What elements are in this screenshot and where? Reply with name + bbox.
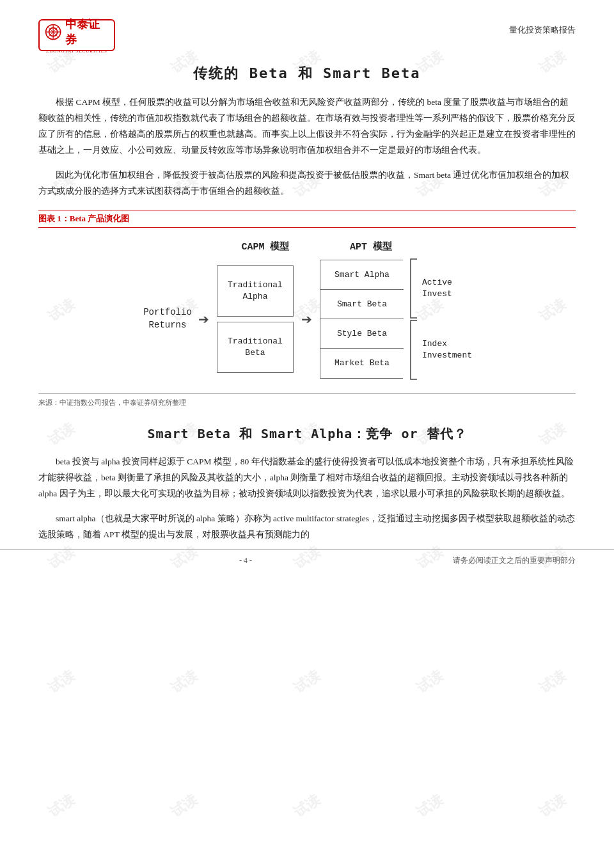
page-footer: - 4 - 请务必阅读正文之后的重要声明部分 (0, 549, 614, 566)
watermark-item: 试读 (221, 596, 393, 768)
watermark-item: 试读 (221, 720, 393, 868)
apt-box: Smart Alpha Smart Beta Style Beta Market… (320, 260, 403, 379)
watermark-item: 试读 (467, 596, 614, 768)
traditional-alpha-cell: TraditionalAlpha (217, 265, 294, 317)
footer-disclaimer: 请务必阅读正文之后的重要声明部分 (453, 555, 576, 566)
page-number: - 4 - (38, 556, 453, 565)
index-investment-group: IndexInvestment (408, 319, 472, 381)
logo-chinese-text: 中泰证券 (65, 17, 109, 47)
arrow-icon-2: ➔ (301, 313, 312, 326)
capm-box: TraditionalAlpha TraditionalBeta (217, 265, 294, 373)
logo-top: 中泰证券 (45, 17, 109, 47)
watermark-item: 试读 (0, 596, 147, 768)
capm-title: CAPM 模型 (227, 241, 304, 253)
right-side: ActiveInvest IndexInvestment (408, 258, 472, 381)
style-beta-cell: Style Beta (320, 319, 404, 349)
bracket-icon-lower (408, 319, 420, 381)
watermark-item: 试读 (467, 720, 614, 868)
active-invest-label: ActiveInvest (422, 277, 452, 300)
watermark-item: 试读 (344, 596, 516, 768)
page: 中泰证券 ZHONGTAI SECURITIES 量化投资策略报告 传统的 Be… (0, 0, 614, 578)
watermark-item: 试读 (0, 720, 147, 868)
body-paragraph-3: beta 投资与 alpha 投资同样起源于 CAPM 模型，80 年代指数基金… (38, 454, 576, 502)
bracket-icon-upper (408, 258, 420, 319)
watermark-item: 试读 (344, 720, 516, 868)
watermark-item: 试读 (98, 596, 270, 768)
logo-area: 中泰证券 ZHONGTAI SECURITIES (38, 19, 115, 51)
diagram: PortfolioReturns ➔ TraditionalAlpha Trad… (45, 258, 569, 381)
section2-title: Smart Beta 和 Smart Alpha：竞争 or 替代？ (38, 425, 576, 443)
report-type: 量化投资策略报告 (509, 24, 576, 36)
header: 中泰证券 ZHONGTAI SECURITIES 量化投资策略报告 (38, 19, 576, 51)
logo-icon (45, 23, 61, 41)
smart-alpha-cell: Smart Alpha (320, 260, 404, 290)
figure-label: 图表 1：Beta 产品演化图 (38, 210, 576, 228)
watermark-item: 试读 (98, 720, 270, 868)
arrow-icon-1: ➔ (198, 313, 209, 326)
source-line: 来源：中证指数公司报告，中泰证券研究所整理 (38, 398, 576, 407)
body-paragraph-1: 根据 CAPM 模型，任何股票的收益可以分解为市场组合收益和无风险资产收益两部分… (38, 95, 576, 159)
main-title: 传统的 Beta 和 Smart Beta (38, 64, 576, 83)
portfolio-returns-label: PortfolioReturns (142, 306, 193, 331)
logo-box: 中泰证券 ZHONGTAI SECURITIES (38, 19, 115, 51)
index-investment-label: IndexInvestment (422, 338, 472, 361)
apt-title: APT 模型 (329, 241, 413, 253)
body-paragraph-2: 因此为优化市值加权组合，降低投资于被高估股票的风险和提高投资于被低估股票的收益，… (38, 168, 576, 200)
logo-pinyin-text: ZHONGTAI SECURITIES (46, 49, 107, 54)
smart-beta-cell: Smart Beta (320, 290, 404, 319)
body-paragraph-4: smart alpha（也就是大家平时所说的 alpha 策略）亦称为 acti… (38, 511, 576, 543)
market-beta-cell: Market Beta (320, 349, 404, 378)
active-invest-group: ActiveInvest (408, 258, 472, 319)
diagram-headers: CAPM 模型 APT 模型 (45, 241, 569, 253)
diagram-area: CAPM 模型 APT 模型 PortfolioReturns ➔ Tradit… (38, 228, 576, 394)
traditional-beta-cell: TraditionalBeta (217, 322, 294, 373)
